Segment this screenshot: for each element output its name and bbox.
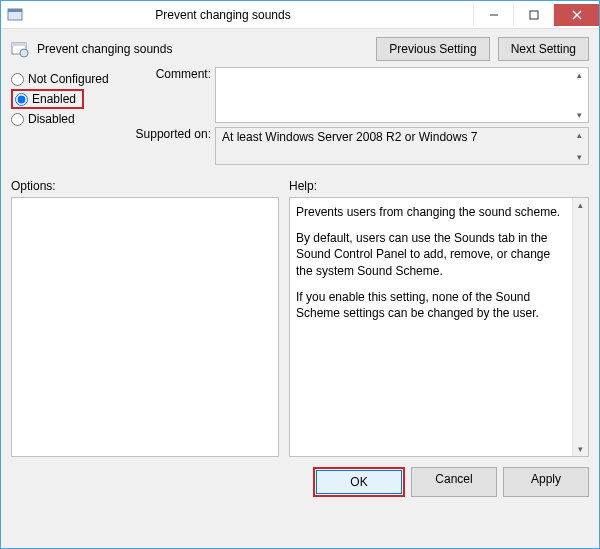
radio-disabled-input[interactable] [11,113,24,126]
footer-buttons: OK Cancel Apply [1,457,599,507]
panel-labels: Options: Help: [1,171,599,197]
policy-editor-window: Prevent changing sounds Prevent changing… [0,0,600,549]
radio-label: Disabled [28,112,75,126]
highlight-ok: OK [313,467,405,497]
chevron-down-icon: ▾ [572,110,586,120]
help-panel: Prevents users from changing the sound s… [289,197,589,457]
chevron-up-icon: ▴ [572,130,586,140]
radio-label: Not Configured [28,72,109,86]
minimize-button[interactable] [473,4,513,26]
scrollbar-icon: ▴ ▾ [572,130,586,162]
header-row: Prevent changing sounds Previous Setting… [1,29,599,67]
svg-point-8 [20,49,28,57]
right-column: Comment: ▴ ▾ Supported on: At least Wind… [129,67,589,165]
help-paragraph: By default, users can use the Sounds tab… [296,230,570,279]
previous-setting-button[interactable]: Previous Setting [376,37,489,61]
radio-not-configured[interactable]: Not Configured [11,69,123,89]
help-label: Help: [289,179,317,193]
chevron-up-icon: ▴ [578,198,583,212]
chevron-up-icon: ▴ [572,70,586,80]
apply-button[interactable]: Apply [503,467,589,497]
options-panel [11,197,279,457]
highlight-enabled: Enabled [11,89,84,109]
chevron-down-icon: ▾ [578,442,583,456]
window-title: Prevent changing sounds [23,8,473,22]
radio-label: Enabled [32,92,76,106]
cancel-button[interactable]: Cancel [411,467,497,497]
comment-input[interactable]: ▴ ▾ [215,67,589,123]
policy-icon [11,40,29,58]
policy-title: Prevent changing sounds [37,42,368,56]
radio-enabled-input[interactable] [15,93,28,106]
scrollbar-icon: ▴ ▾ [572,70,586,120]
panes: Prevents users from changing the sound s… [1,197,599,457]
help-paragraph: If you enable this setting, none of the … [296,289,570,321]
supported-row: Supported on: At least Windows Server 20… [129,127,589,165]
app-icon [7,7,23,23]
next-setting-button[interactable]: Next Setting [498,37,589,61]
svg-rect-1 [8,9,22,12]
comment-row: Comment: ▴ ▾ [129,67,589,123]
maximize-button[interactable] [513,4,553,26]
help-paragraph: Prevents users from changing the sound s… [296,204,570,220]
options-label: Options: [11,179,279,193]
supported-on-value: At least Windows Server 2008 R2 or Windo… [222,130,477,144]
titlebar: Prevent changing sounds [1,1,599,29]
supported-label: Supported on: [129,127,215,141]
radio-group: Not Configured Enabled Disabled [11,67,123,165]
chevron-down-icon: ▾ [572,152,586,162]
help-scrollbar[interactable]: ▴ ▾ [572,198,588,456]
svg-rect-3 [530,11,538,19]
config-area: Not Configured Enabled Disabled Comment:… [1,67,599,171]
radio-not-configured-input[interactable] [11,73,24,86]
svg-rect-7 [12,43,26,46]
radio-disabled[interactable]: Disabled [11,109,123,129]
ok-button[interactable]: OK [316,470,402,494]
close-button[interactable] [553,4,599,26]
comment-label: Comment: [129,67,215,81]
supported-on-field: At least Windows Server 2008 R2 or Windo… [215,127,589,165]
